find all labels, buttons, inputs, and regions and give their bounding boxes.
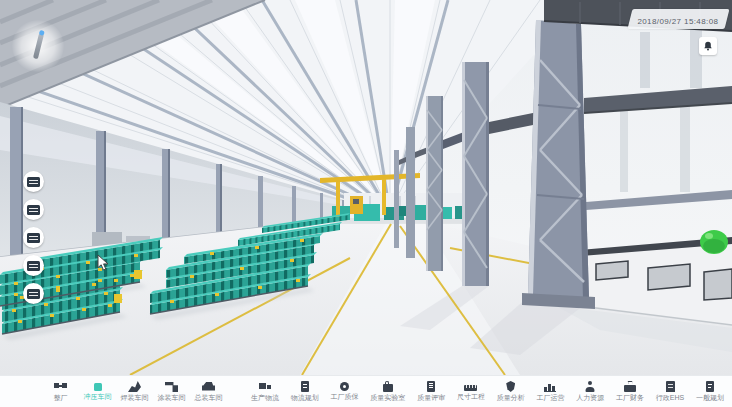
planning-icon <box>301 381 309 392</box>
welding-icon <box>128 381 141 392</box>
side-tool-button-2[interactable] <box>23 227 44 248</box>
badge-icon <box>340 382 349 391</box>
factory-3d-viewport[interactable] <box>0 0 732 375</box>
workshop-tab-3[interactable]: 涂装车间 <box>153 381 190 402</box>
die-stack-icon <box>27 205 40 215</box>
compass-widget[interactable] <box>12 20 64 72</box>
workshop-tab-4[interactable]: 总装车间 <box>190 381 227 402</box>
status-sphere[interactable] <box>700 230 728 254</box>
workshop-tabs: 整厂 冲压车间 焊装车间 涂装车间 总装车间 <box>42 381 227 402</box>
die-stack-icon <box>27 233 40 243</box>
workshop-tab-2[interactable]: 焊装车间 <box>116 381 153 402</box>
digital-twin-app: 2018/09/27 15:48:08 <box>0 0 732 407</box>
painting-icon <box>165 381 178 392</box>
module-tab-11[interactable]: 一般规划 <box>696 381 724 402</box>
die-stack-icon <box>27 177 40 187</box>
assembly-icon <box>202 381 215 392</box>
bottom-toolbar: 整厂 冲压车间 焊装车间 涂装车间 总装车间 生产物流 <box>0 375 732 407</box>
timestamp-badge: 2018/09/27 15:48:08 <box>627 9 729 29</box>
side-tool-button-4[interactable] <box>23 283 44 304</box>
timestamp-text: 2018/09/27 15:48:08 <box>637 17 718 26</box>
workshop-tab-1[interactable]: 冲压车间 <box>79 381 116 402</box>
factory-3d-scene[interactable] <box>0 0 732 375</box>
module-tab-0[interactable]: 生产物流 <box>251 381 279 402</box>
workshop-tab-0[interactable]: 整厂 <box>42 381 79 402</box>
review-icon <box>427 381 435 392</box>
briefcase-icon <box>624 381 637 392</box>
factory-icon <box>54 381 67 392</box>
die-stack-icon <box>27 289 40 299</box>
person-icon <box>584 381 597 392</box>
side-tool-button-3[interactable] <box>23 255 44 276</box>
module-tab-1[interactable]: 物流规划 <box>291 381 319 402</box>
stamping-icon <box>94 383 102 391</box>
module-tab-2[interactable]: 工厂质保 <box>331 381 359 402</box>
module-tab-3[interactable]: 质量实验室 <box>370 381 405 402</box>
lab-icon <box>383 384 393 392</box>
operations-icon <box>544 381 557 392</box>
die-stack-icon <box>27 261 40 271</box>
module-tab-8[interactable]: 人力资源 <box>576 381 604 402</box>
side-tool-rail <box>23 171 44 304</box>
compass-icon <box>33 33 44 59</box>
building-icon <box>666 381 675 392</box>
notifications-button[interactable] <box>699 37 717 55</box>
ruler-icon <box>464 385 477 391</box>
side-tool-button-1[interactable] <box>23 199 44 220</box>
module-tab-6[interactable]: 质量分析 <box>497 381 525 402</box>
module-tab-7[interactable]: 工厂运营 <box>536 381 564 402</box>
module-tab-4[interactable]: 质量评审 <box>417 381 445 402</box>
module-tab-9[interactable]: 工厂财务 <box>616 381 644 402</box>
side-tool-button-0[interactable] <box>23 171 44 192</box>
bell-icon <box>702 40 714 52</box>
shield-icon <box>506 381 515 392</box>
module-tab-5[interactable]: 尺寸工程 <box>457 381 485 402</box>
module-tabs: 生产物流 物流规划 工厂质保 质量实验室 质量评审 尺寸工程 <box>251 381 724 402</box>
truck-icon <box>259 381 272 392</box>
module-tab-10[interactable]: 行政EHS <box>656 381 684 402</box>
document-icon <box>706 381 714 392</box>
